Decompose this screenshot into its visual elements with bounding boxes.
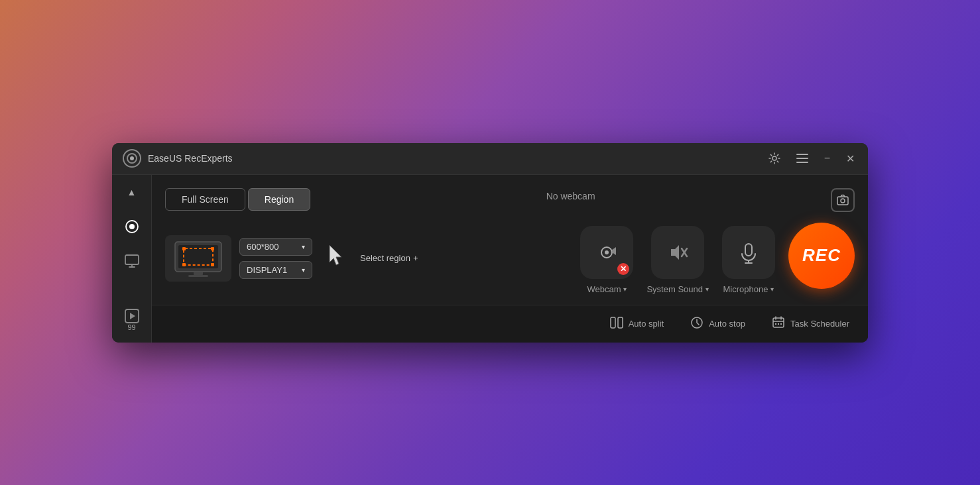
- minimize-button[interactable]: −: [822, 150, 833, 167]
- display-value: DISPLAY1: [247, 265, 287, 275]
- svg-rect-33: [618, 317, 623, 328]
- select-region-plus: +: [413, 253, 418, 263]
- webcam-error-dot: ✕: [617, 263, 629, 275]
- play-icon: [125, 309, 139, 323]
- select-region-link[interactable]: Select region +: [360, 253, 418, 263]
- svg-rect-5: [796, 158, 808, 159]
- svg-rect-6: [796, 162, 808, 163]
- middle-section: 600*800 ▾ DISPLAY1 ▾: [152, 212, 868, 305]
- bottom-bar: Auto split Auto stop: [152, 305, 868, 343]
- task-scheduler-label: Task Scheduler: [790, 319, 849, 329]
- sidebar-item-recordings[interactable]: 99: [117, 305, 147, 335]
- tv-icon: [125, 254, 139, 268]
- menu-button[interactable]: [794, 151, 811, 166]
- cursor-icon: [327, 244, 347, 272]
- media-buttons: ✕ Webcam ▾: [580, 223, 855, 294]
- svg-point-13: [841, 199, 845, 203]
- system-sound-button[interactable]: [651, 226, 704, 279]
- sidebar-item-media[interactable]: [117, 246, 147, 276]
- svg-rect-19: [182, 263, 186, 266]
- auto-stop-label: Auto stop: [709, 319, 745, 329]
- svg-rect-37: [778, 323, 779, 325]
- auto-split-svg: [610, 317, 623, 329]
- sidebar-bottom: 99: [117, 305, 147, 335]
- webcam-button[interactable]: ✕: [580, 226, 633, 279]
- title-bar: EaseUS RecExperts − ✕: [112, 143, 868, 175]
- svg-rect-35: [773, 318, 784, 327]
- svg-rect-32: [611, 317, 615, 328]
- svg-point-2: [130, 156, 134, 160]
- mode-tabs: Full Screen Region: [165, 188, 310, 211]
- region-row: 600*800 ▾ DISPLAY1 ▾: [165, 235, 347, 282]
- select-region-label: Select region: [360, 253, 410, 263]
- resolution-dropdown-arrow: ▾: [302, 243, 305, 250]
- svg-rect-22: [188, 275, 208, 277]
- webcam-label-area: No webcam: [324, 188, 818, 201]
- content-panel: Full Screen Region No webcam: [152, 175, 868, 343]
- auto-split-icon: [610, 317, 623, 331]
- system-sound-group: System Sound ▾: [646, 226, 709, 294]
- svg-rect-38: [780, 323, 782, 325]
- tab-full-screen[interactable]: Full Screen: [165, 188, 245, 211]
- svg-point-25: [605, 250, 609, 254]
- auto-stop-button[interactable]: Auto stop: [685, 313, 751, 335]
- window-controls: − ✕: [766, 150, 857, 168]
- settings-button[interactable]: [766, 150, 783, 167]
- auto-stop-svg: [690, 316, 704, 329]
- top-section: Full Screen Region No webcam: [152, 175, 868, 212]
- display-dropdown[interactable]: DISPLAY1 ▾: [239, 261, 312, 279]
- svg-rect-21: [194, 272, 203, 275]
- system-sound-btn-label: System Sound: [646, 284, 703, 294]
- system-sound-icon: [666, 241, 690, 264]
- webcam-btn-label: Webcam: [587, 284, 621, 294]
- microphone-group: Microphone ▾: [722, 226, 775, 294]
- sidebar-item-record[interactable]: [117, 212, 147, 241]
- sidebar-collapse-button[interactable]: ▲: [123, 183, 141, 201]
- region-controls: 600*800 ▾ DISPLAY1 ▾: [239, 238, 312, 279]
- sidebar-badge-count: 99: [127, 323, 135, 331]
- close-button[interactable]: ✕: [843, 150, 857, 168]
- task-scheduler-button[interactable]: Task Scheduler: [766, 313, 855, 335]
- screenshot-button[interactable]: [831, 188, 855, 212]
- tab-region[interactable]: Region: [248, 188, 310, 211]
- microphone-icon: [737, 241, 761, 264]
- auto-split-label: Auto split: [629, 319, 664, 329]
- display-dropdown-arrow: ▾: [302, 266, 305, 274]
- svg-rect-12: [837, 197, 848, 205]
- app-window: EaseUS RecExperts − ✕: [112, 143, 868, 343]
- task-scheduler-svg: [772, 316, 785, 329]
- svg-rect-17: [182, 247, 186, 250]
- svg-rect-29: [745, 244, 752, 256]
- monitor-preview-icon: [172, 239, 225, 278]
- svg-rect-9: [125, 255, 139, 264]
- microphone-button[interactable]: [722, 226, 775, 279]
- webcam-icon: [595, 241, 619, 264]
- menu-icon: [796, 154, 808, 163]
- svg-marker-11: [130, 313, 135, 319]
- microphone-chevron: ▾: [770, 286, 774, 293]
- svg-point-8: [129, 224, 135, 229]
- webcam-status-label: No webcam: [546, 191, 595, 201]
- svg-rect-36: [775, 323, 776, 325]
- sidebar: ▲: [112, 175, 152, 343]
- rec-button[interactable]: REC: [788, 223, 855, 289]
- microphone-btn-label: Microphone: [723, 284, 768, 294]
- region-preview: [165, 235, 231, 282]
- microphone-label-btn[interactable]: Microphone ▾: [723, 284, 774, 294]
- camera-icon: [837, 194, 849, 206]
- system-sound-label-btn[interactable]: System Sound ▾: [646, 284, 709, 294]
- resolution-dropdown[interactable]: 600*800 ▾: [239, 238, 312, 256]
- svg-rect-18: [211, 247, 214, 250]
- app-title: EaseUS RecExperts: [148, 153, 766, 164]
- main-content: ▲: [112, 175, 868, 343]
- svg-marker-23: [330, 245, 341, 265]
- svg-rect-4: [796, 154, 808, 155]
- system-sound-chevron: ▾: [705, 286, 709, 293]
- webcam-group: ✕ Webcam ▾: [580, 226, 633, 294]
- auto-split-button[interactable]: Auto split: [605, 314, 669, 334]
- app-logo: [123, 149, 141, 168]
- record-icon: [125, 219, 139, 234]
- settings-icon: [768, 152, 780, 164]
- webcam-label-btn[interactable]: Webcam ▾: [587, 284, 627, 294]
- svg-point-3: [772, 156, 776, 160]
